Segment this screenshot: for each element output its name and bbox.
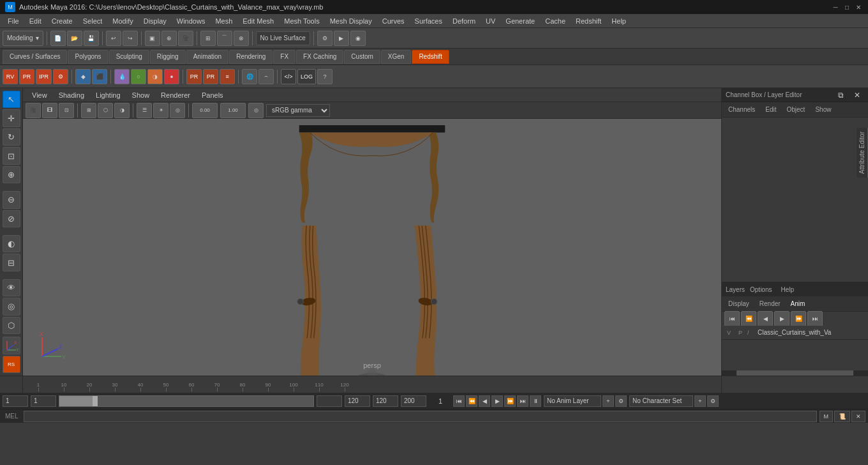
anim-go-end-btn[interactable]: ⏭: [517, 395, 528, 407]
tab-polygons[interactable]: Polygons: [68, 50, 108, 64]
move-tool-btn[interactable]: ✛: [3, 109, 20, 126]
menu-mesh-tools[interactable]: Mesh Tools: [279, 16, 324, 26]
rs-pr3-btn[interactable]: PR: [203, 69, 218, 84]
gamma-dropdown[interactable]: sRGB gamma Linear Rec709: [266, 104, 330, 117]
vp-show-menu[interactable]: Show: [127, 90, 155, 100]
menu-curves[interactable]: Curves: [377, 16, 410, 26]
vp-lighting-menu[interactable]: Lighting: [91, 90, 126, 100]
mel-close-icon[interactable]: ✕: [851, 411, 865, 422]
select-mode-btn[interactable]: ↖: [3, 91, 20, 108]
tab-rigging[interactable]: Rigging: [150, 50, 186, 64]
vp-film-btn[interactable]: 🎞: [42, 103, 57, 118]
menu-redshift[interactable]: Redshift: [571, 16, 606, 26]
rs-mat-btn[interactable]: ○: [131, 69, 146, 84]
module-dropdown[interactable]: Modeling ▾: [3, 31, 43, 46]
menu-display[interactable]: Display: [138, 16, 172, 26]
vp-panels-menu[interactable]: Panels: [197, 90, 228, 100]
float-btn[interactable]: ⧉: [834, 88, 848, 102]
tab-show[interactable]: Show: [811, 105, 835, 114]
layer-next-btn[interactable]: ⏩: [791, 311, 806, 326]
mel-script-icon[interactable]: 📜: [834, 411, 850, 422]
render-btn[interactable]: ▶: [334, 31, 349, 46]
layer-prev-prev-btn[interactable]: ⏮: [724, 311, 740, 326]
select-tool-btn[interactable]: ▣: [145, 31, 160, 46]
save-scene-btn[interactable]: 💾: [84, 31, 99, 46]
menu-modify[interactable]: Modify: [107, 16, 138, 26]
tab-redshift[interactable]: Redshift: [412, 50, 449, 64]
vp-srgb-icon[interactable]: ◎: [248, 103, 264, 118]
layer-forward-btn[interactable]: ▶: [774, 311, 789, 326]
isolate-btn[interactable]: ◎: [3, 298, 20, 315]
tab-rendering[interactable]: Rendering: [229, 50, 273, 64]
vp-shadow-btn[interactable]: ◎: [170, 103, 185, 118]
tab-animation[interactable]: Animation: [186, 50, 228, 64]
anim-slider-thumb[interactable]: [93, 396, 98, 406]
no-live-surface-btn[interactable]: No Live Surface: [256, 31, 310, 45]
close-panel-btn[interactable]: ✕: [850, 88, 864, 102]
close-btn[interactable]: ✕: [854, 3, 863, 11]
maximize-btn[interactable]: □: [842, 3, 851, 11]
tab-xgen[interactable]: XGen: [381, 50, 412, 64]
anim-play-btn[interactable]: ▶: [491, 395, 503, 407]
rs-pr2-btn[interactable]: PR: [186, 69, 202, 84]
layer-options-tab[interactable]: Options: [746, 285, 775, 294]
anim-layer-add-btn[interactable]: +: [602, 395, 614, 407]
tab-fx-caching[interactable]: FX Caching: [296, 50, 343, 64]
menu-help[interactable]: Help: [606, 16, 631, 26]
attribute-editor-label[interactable]: Attribute Editor: [857, 128, 868, 178]
vp-light-btn[interactable]: ☀: [153, 103, 168, 118]
tab-sculpting[interactable]: Sculpting: [109, 50, 149, 64]
layer-tab-anim[interactable]: Anim: [787, 299, 809, 309]
rs-dome-btn[interactable]: ⌢: [258, 69, 274, 84]
tab-object[interactable]: Object: [783, 105, 809, 114]
rs-obj1-btn[interactable]: ◆: [75, 69, 91, 84]
layer-scrollbar[interactable]: [722, 370, 868, 376]
vp-val1-field[interactable]: 0.00: [192, 103, 218, 118]
scale-tool-btn[interactable]: ⊡: [3, 147, 20, 164]
vp-cam-btn[interactable]: 🎥: [26, 103, 41, 118]
rs-settings-btn[interactable]: ⚙: [53, 69, 68, 84]
menu-edit[interactable]: Edit: [24, 16, 47, 26]
tab-custom[interactable]: Custom: [344, 50, 380, 64]
menu-create[interactable]: Create: [47, 16, 78, 26]
universal-manip-btn[interactable]: ⊕: [3, 166, 20, 183]
anim-loop-btn[interactable]: ⏸: [530, 395, 541, 407]
rs-ipr-btn[interactable]: IPR: [36, 69, 52, 84]
anim-go-start-btn[interactable]: ⏮: [453, 395, 465, 407]
layer-help-tab[interactable]: Help: [777, 285, 798, 294]
vp-display-btn[interactable]: ⊡: [59, 103, 74, 118]
no-char-set-field[interactable]: No Character Set: [629, 395, 693, 407]
show-hide-btn[interactable]: 👁: [3, 279, 20, 296]
vp-shade-btn[interactable]: ◑: [114, 103, 130, 118]
anim-next-frame-btn[interactable]: ⏩: [504, 395, 516, 407]
menu-mesh-display[interactable]: Mesh Display: [325, 16, 377, 26]
redo-btn[interactable]: ↪: [123, 31, 138, 46]
window-controls[interactable]: ─ □ ✕: [831, 3, 863, 11]
rs-ipr2-btn[interactable]: ≡: [220, 69, 235, 84]
start-frame-field[interactable]: 1: [3, 395, 28, 407]
rs-sphere-btn[interactable]: ●: [164, 69, 179, 84]
layer-prev-btn[interactable]: ⏪: [741, 311, 756, 326]
snap-surface-btn[interactable]: ⊖: [3, 191, 20, 208]
end-frame-field[interactable]: 120: [345, 395, 370, 407]
new-scene-btn[interactable]: 📄: [50, 31, 66, 46]
no-anim-layer-field[interactable]: No Anim Layer: [544, 395, 601, 407]
layer-name[interactable]: Classic_Curtains_with_Va: [758, 329, 865, 336]
marquee-select-btn[interactable]: ⊟: [3, 254, 20, 271]
axis-btn[interactable]: Y X: [3, 337, 20, 354]
layer-scrollbar-thumb[interactable]: [737, 370, 853, 376]
char-set-add-btn[interactable]: +: [694, 395, 706, 407]
tab-curves-surfaces[interactable]: Curves / Surfaces: [3, 50, 67, 64]
mel-maya-icon[interactable]: M: [819, 411, 834, 422]
anim-prev-frame-btn[interactable]: ◀: [479, 395, 490, 407]
snap-point-btn[interactable]: ⊗: [234, 31, 249, 46]
rs-obj2-btn[interactable]: ⬛: [92, 69, 107, 84]
mel-input[interactable]: [24, 411, 817, 422]
rs-env-btn[interactable]: 🌐: [242, 69, 257, 84]
menu-generate[interactable]: Generate: [500, 16, 540, 26]
anim-slider[interactable]: [59, 395, 314, 407]
minimize-btn[interactable]: ─: [831, 3, 840, 11]
vp-grid-btn[interactable]: ⊞: [81, 103, 96, 118]
undo-btn[interactable]: ↩: [106, 31, 121, 46]
char-set-settings-btn[interactable]: ⚙: [707, 395, 719, 407]
